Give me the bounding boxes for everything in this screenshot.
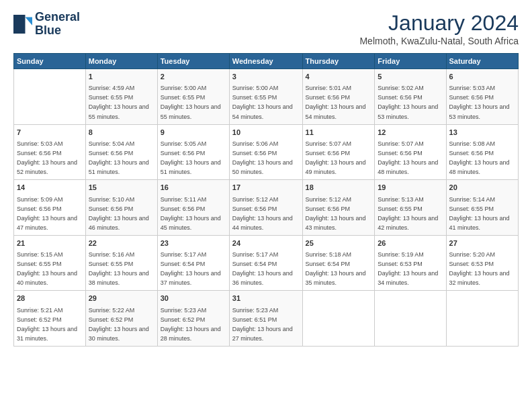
- cell-w5-d3: 30Sunrise: 5:23 AMSunset: 6:52 PMDayligh…: [157, 291, 229, 347]
- col-sunday: Sunday: [14, 54, 86, 69]
- logo: General Blue: [13, 11, 80, 38]
- cell-w1-d5: 4Sunrise: 5:01 AMSunset: 6:56 PMDaylight…: [302, 69, 375, 125]
- col-monday: Monday: [85, 54, 157, 69]
- logo-icon: [13, 15, 32, 34]
- month-title: January 2024: [359, 11, 519, 36]
- cell-w5-d4: 31Sunrise: 5:23 AMSunset: 6:51 PMDayligh…: [229, 291, 302, 347]
- calendar-table: Sunday Monday Tuesday Wednesday Thursday…: [13, 53, 519, 347]
- col-thursday: Thursday: [302, 54, 375, 69]
- col-wednesday: Wednesday: [229, 54, 302, 69]
- cell-w3-d7: 20Sunrise: 5:14 AMSunset: 6:55 PMDayligh…: [446, 180, 518, 236]
- cell-w1-d6: 5Sunrise: 5:02 AMSunset: 6:56 PMDaylight…: [375, 69, 446, 125]
- cell-w4-d5: 25Sunrise: 5:18 AMSunset: 6:54 PMDayligh…: [302, 235, 375, 291]
- logo-line2: Blue: [35, 24, 80, 38]
- cell-w4-d2: 22Sunrise: 5:16 AMSunset: 6:55 PMDayligh…: [85, 235, 157, 291]
- svg-rect-1: [13, 15, 26, 34]
- col-tuesday: Tuesday: [157, 54, 229, 69]
- cell-w2-d6: 12Sunrise: 5:07 AMSunset: 6:56 PMDayligh…: [375, 124, 446, 180]
- week-row-2: 7Sunrise: 5:03 AMSunset: 6:56 PMDaylight…: [14, 124, 519, 180]
- week-row-5: 28Sunrise: 5:21 AMSunset: 6:52 PMDayligh…: [14, 291, 519, 347]
- cell-w5-d6: [375, 291, 446, 347]
- header: General Blue January 2024 Melmoth, KwaZu…: [13, 11, 519, 46]
- title-block: January 2024 Melmoth, KwaZulu-Natal, Sou…: [359, 11, 519, 46]
- cell-w2-d4: 10Sunrise: 5:06 AMSunset: 6:56 PMDayligh…: [229, 124, 302, 180]
- cell-w1-d4: 3Sunrise: 5:00 AMSunset: 6:55 PMDaylight…: [229, 69, 302, 125]
- cell-w4-d1: 21Sunrise: 5:15 AMSunset: 6:55 PMDayligh…: [14, 235, 86, 291]
- col-friday: Friday: [375, 54, 446, 69]
- cell-w3-d4: 17Sunrise: 5:12 AMSunset: 6:56 PMDayligh…: [229, 180, 302, 236]
- cell-w3-d3: 16Sunrise: 5:11 AMSunset: 6:56 PMDayligh…: [157, 180, 229, 236]
- cell-w5-d1: 28Sunrise: 5:21 AMSunset: 6:52 PMDayligh…: [14, 291, 86, 347]
- cell-w1-d2: 1Sunrise: 4:59 AMSunset: 6:55 PMDaylight…: [85, 69, 157, 125]
- cell-w4-d7: 27Sunrise: 5:20 AMSunset: 6:53 PMDayligh…: [446, 235, 518, 291]
- col-saturday: Saturday: [446, 54, 518, 69]
- cell-w5-d7: [446, 291, 518, 347]
- svg-marker-0: [26, 17, 33, 25]
- cell-w3-d5: 18Sunrise: 5:12 AMSunset: 6:56 PMDayligh…: [302, 180, 375, 236]
- cell-w4-d6: 26Sunrise: 5:19 AMSunset: 6:53 PMDayligh…: [375, 235, 446, 291]
- location: Melmoth, KwaZulu-Natal, South Africa: [359, 36, 519, 46]
- cell-w3-d6: 19Sunrise: 5:13 AMSunset: 6:55 PMDayligh…: [375, 180, 446, 236]
- cell-w2-d1: 7Sunrise: 5:03 AMSunset: 6:56 PMDaylight…: [14, 124, 86, 180]
- cell-w3-d2: 15Sunrise: 5:10 AMSunset: 6:56 PMDayligh…: [85, 180, 157, 236]
- cell-w4-d4: 24Sunrise: 5:17 AMSunset: 6:54 PMDayligh…: [229, 235, 302, 291]
- cell-w5-d5: [302, 291, 375, 347]
- cell-w1-d7: 6Sunrise: 5:03 AMSunset: 6:56 PMDaylight…: [446, 69, 518, 125]
- cell-w5-d2: 29Sunrise: 5:22 AMSunset: 6:52 PMDayligh…: [85, 291, 157, 347]
- week-row-4: 21Sunrise: 5:15 AMSunset: 6:55 PMDayligh…: [14, 235, 519, 291]
- week-row-1: 1Sunrise: 4:59 AMSunset: 6:55 PMDaylight…: [14, 69, 519, 125]
- cell-w2-d2: 8Sunrise: 5:04 AMSunset: 6:56 PMDaylight…: [85, 124, 157, 180]
- cell-w4-d3: 23Sunrise: 5:17 AMSunset: 6:54 PMDayligh…: [157, 235, 229, 291]
- week-row-3: 14Sunrise: 5:09 AMSunset: 6:56 PMDayligh…: [14, 180, 519, 236]
- header-row: Sunday Monday Tuesday Wednesday Thursday…: [14, 54, 519, 69]
- cell-w2-d3: 9Sunrise: 5:05 AMSunset: 6:56 PMDaylight…: [157, 124, 229, 180]
- cell-w1-d1: [14, 69, 86, 125]
- logo-line1: General: [35, 11, 80, 24]
- calendar-page: General Blue January 2024 Melmoth, KwaZu…: [0, 0, 532, 411]
- cell-w3-d1: 14Sunrise: 5:09 AMSunset: 6:56 PMDayligh…: [14, 180, 86, 236]
- cell-w1-d3: 2Sunrise: 5:00 AMSunset: 6:55 PMDaylight…: [157, 69, 229, 125]
- cell-w2-d5: 11Sunrise: 5:07 AMSunset: 6:56 PMDayligh…: [302, 124, 375, 180]
- cell-w2-d7: 13Sunrise: 5:08 AMSunset: 6:56 PMDayligh…: [446, 124, 518, 180]
